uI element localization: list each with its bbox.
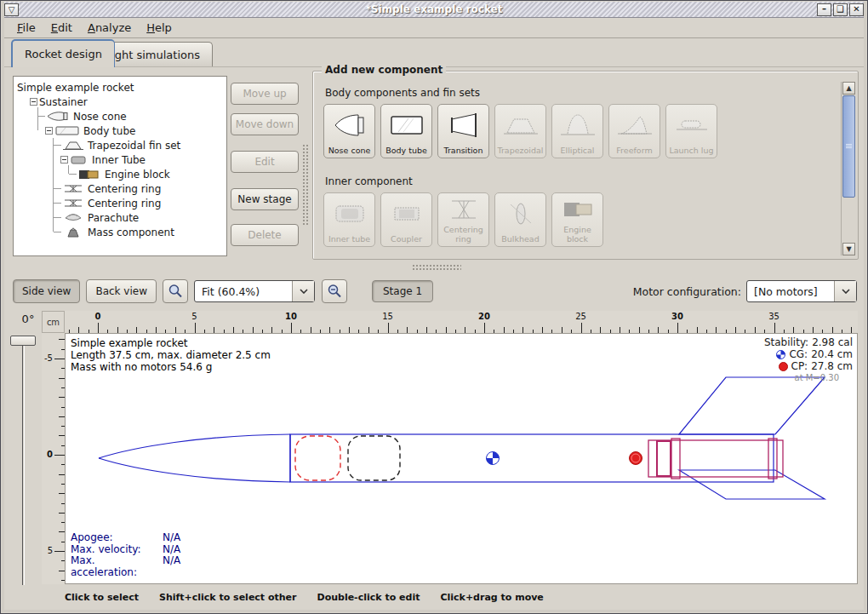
fin-set-icon bbox=[62, 140, 84, 151]
tree-item-centering-ring-1[interactable]: Centering ring bbox=[14, 181, 226, 196]
add-centering-ring-button[interactable]: Centering ring bbox=[437, 192, 489, 247]
motor-configuration-label: Motor configuration: bbox=[633, 285, 741, 298]
mach-note: at M=0.30 bbox=[764, 372, 853, 384]
scroll-up-icon[interactable]: ▲ bbox=[842, 82, 855, 95]
vertical-ruler: -505 bbox=[42, 333, 65, 584]
cg-marker bbox=[487, 452, 500, 465]
flight-data: Apogee:N/A Max. velocity:N/A Max. accele… bbox=[71, 532, 180, 578]
menu-analyze[interactable]: Analyze bbox=[80, 19, 139, 37]
inner-tube-outline bbox=[648, 439, 783, 479]
delete-button[interactable]: Delete bbox=[231, 224, 299, 246]
trapezoidal-fin-icon bbox=[502, 105, 540, 146]
add-body-tube-button[interactable]: Body tube bbox=[380, 104, 432, 158]
tree-item-engine-block[interactable]: Engine block bbox=[14, 167, 226, 181]
body-components-label: Body components and fin sets bbox=[325, 87, 480, 99]
nose-cone-icon bbox=[46, 111, 70, 122]
add-inner-tube-button[interactable]: Inner tube bbox=[323, 192, 375, 247]
stability-info: Stability:2.98 cal CG:20.4 cm CP:27.8 cm… bbox=[764, 336, 853, 384]
vertical-splitter-handle[interactable] bbox=[302, 144, 308, 225]
tree-item-nose-cone[interactable]: Nose cone bbox=[14, 109, 226, 123]
freeform-fin-icon bbox=[616, 105, 654, 146]
add-launch-lug-button[interactable]: Launch lug bbox=[665, 104, 717, 158]
inner-component-buttons: Inner tube Coupler Centering ring Bulkhe… bbox=[323, 192, 603, 247]
edit-button[interactable]: Edit bbox=[231, 151, 299, 173]
tree-item-trapezoidal-fin-set[interactable]: Trapezoidal fin set bbox=[14, 138, 226, 152]
move-up-button[interactable]: Move up bbox=[231, 83, 299, 105]
centering-ring-icon bbox=[62, 183, 84, 194]
app-window: ▽ *Simple example rocket – ❑ ✕ File Edit… bbox=[0, 0, 868, 614]
launch-lug-icon bbox=[673, 105, 711, 146]
view-toolbar: Side view Back view Fit (60.4%) Stage 1 … bbox=[4, 275, 864, 307]
tree-item-inner-tube[interactable]: Inner Tube bbox=[14, 152, 226, 167]
engine-block-icon bbox=[77, 169, 101, 180]
tree-item-centering-ring-2[interactable]: Centering ring bbox=[14, 196, 226, 210]
component-tree[interactable]: Simple example rocket Sustainer Nose con… bbox=[13, 76, 227, 256]
back-view-button[interactable]: Back view bbox=[86, 279, 157, 303]
rocket-canvas[interactable]: Simple example rocket Length 37.5 cm, ma… bbox=[65, 333, 858, 584]
transition-icon bbox=[445, 105, 483, 146]
rotation-slider-track[interactable] bbox=[22, 340, 25, 585]
body-tube-icon bbox=[54, 125, 80, 136]
tree-item-parachute[interactable]: Parachute bbox=[14, 210, 226, 225]
add-component-title: Add new component bbox=[322, 64, 446, 76]
horizontal-ruler: 05101520253035 bbox=[65, 311, 858, 333]
body-component-buttons: Nose cone Body tube Transition Trapezoid… bbox=[323, 104, 717, 158]
tree-item-sustainer[interactable]: Sustainer bbox=[14, 95, 226, 109]
move-down-button[interactable]: Move down bbox=[231, 113, 299, 135]
cp-legend-icon bbox=[779, 362, 788, 371]
centering-ring-icon bbox=[62, 198, 84, 209]
component-panel-scrollbar[interactable]: ▲ ▼ bbox=[841, 82, 855, 255]
parachute-outline bbox=[295, 436, 340, 480]
rocket-info: Simple example rocket Length 37.5 cm, ma… bbox=[71, 337, 271, 373]
body-tube-outline bbox=[290, 434, 774, 482]
menu-help[interactable]: Help bbox=[139, 19, 180, 37]
add-elliptical-fin-button[interactable]: Elliptical bbox=[551, 104, 603, 158]
zoom-out-button[interactable] bbox=[322, 279, 347, 303]
collapse-icon[interactable] bbox=[30, 98, 37, 106]
add-coupler-button[interactable]: Coupler bbox=[380, 192, 432, 247]
horizontal-splitter-handle[interactable] bbox=[412, 264, 461, 270]
collapse-icon[interactable] bbox=[60, 156, 68, 164]
inner-tube-icon bbox=[70, 154, 89, 165]
tree-item-rocket[interactable]: Simple example rocket bbox=[14, 80, 226, 95]
add-engine-block-button[interactable]: Engine block bbox=[551, 192, 603, 247]
side-view-button[interactable]: Side view bbox=[13, 279, 80, 303]
coupler-icon bbox=[388, 193, 425, 235]
tree-item-body-tube[interactable]: Body tube bbox=[14, 123, 226, 138]
tab-rocket-design[interactable]: Rocket design bbox=[11, 39, 115, 67]
motor-configuration-select[interactable]: [No motors] bbox=[746, 280, 857, 302]
collapse-icon[interactable] bbox=[45, 127, 53, 135]
parachute-icon bbox=[62, 212, 84, 223]
cg-legend-icon bbox=[776, 350, 785, 359]
engine-block-outline bbox=[657, 441, 671, 476]
add-trapezoidal-fin-button[interactable]: Trapezoidal bbox=[494, 104, 546, 158]
stage-1-toggle[interactable]: Stage 1 bbox=[372, 280, 433, 302]
menu-file[interactable]: File bbox=[9, 19, 43, 37]
scrollbar-thumb[interactable] bbox=[842, 95, 855, 198]
scroll-down-icon[interactable]: ▼ bbox=[842, 243, 855, 255]
menu-bar: File Edit Analyze Help bbox=[4, 18, 864, 38]
body-tube-icon bbox=[388, 105, 425, 146]
zoom-level-select[interactable]: Fit (60.4%) bbox=[194, 280, 315, 302]
nose-cone-icon bbox=[332, 105, 368, 146]
add-nose-cone-button[interactable]: Nose cone bbox=[323, 104, 375, 158]
nose-cone-outline bbox=[99, 434, 290, 482]
zoom-in-button[interactable] bbox=[163, 279, 188, 303]
chevron-down-icon bbox=[292, 281, 314, 301]
mass-component-icon bbox=[62, 227, 84, 238]
add-freeform-fin-button[interactable]: Freeform bbox=[608, 104, 660, 158]
menu-edit[interactable]: Edit bbox=[43, 19, 80, 37]
rotation-slider-handle[interactable] bbox=[10, 336, 36, 346]
add-transition-button[interactable]: Transition bbox=[437, 104, 489, 158]
magnifier-icon bbox=[327, 284, 342, 299]
ruler-unit-label: cm bbox=[42, 311, 65, 333]
centering-ring-icon bbox=[445, 193, 483, 226]
tree-item-mass-component[interactable]: Mass component bbox=[14, 225, 226, 239]
new-stage-button[interactable]: New stage bbox=[231, 188, 299, 210]
inner-component-label: Inner component bbox=[325, 175, 413, 187]
centering-ring-outline bbox=[671, 439, 680, 479]
chevron-down-icon bbox=[834, 281, 856, 301]
inner-tube-icon bbox=[331, 193, 368, 235]
engine-block-icon bbox=[559, 193, 597, 226]
add-bulkhead-button[interactable]: Bulkhead bbox=[494, 192, 546, 247]
